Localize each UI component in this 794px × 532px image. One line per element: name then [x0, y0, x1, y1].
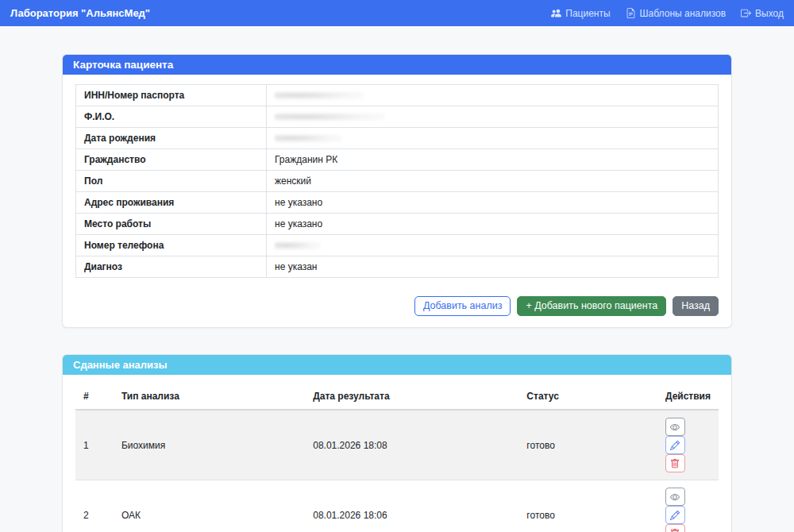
field-label: ИНН/Номер паспорта [76, 85, 267, 106]
nav-item-logout[interactable]: Выход [741, 8, 784, 19]
field-label: Гражданство [76, 149, 267, 171]
redacted-value [275, 113, 384, 121]
view-analysis-button[interactable] [665, 488, 685, 506]
analysis-date: 08.01.2026 18:08 [305, 410, 518, 480]
field-label: Место работы [76, 214, 267, 235]
table-row: Диагноз не указан [76, 256, 719, 278]
analyses-table-body: 1 Биохимия 08.01.2026 18:08 готово 2 ОАК… [75, 410, 719, 532]
analyses-card-title: Сданные анализы [63, 355, 731, 375]
nav-item-label: Пациенты [565, 8, 610, 19]
field-value-redacted [267, 235, 719, 256]
analysis-date: 08.01.2026 18:06 [305, 480, 518, 532]
pencil-icon [670, 511, 680, 520]
eye-icon [670, 422, 680, 432]
column-header-actions: Действия [657, 384, 719, 410]
redacted-value [275, 134, 341, 143]
patient-card-actions: Добавить анализ + Добавить нового пациен… [63, 287, 731, 327]
redacted-value [275, 241, 321, 250]
table-row: ИНН/Номер паспорта [76, 85, 719, 106]
field-value: женский [267, 171, 719, 192]
field-value-redacted [267, 128, 719, 149]
field-value: не указан [267, 256, 719, 278]
analyses-card: Сданные анализы # Тип анализа Дата резул… [62, 354, 732, 532]
table-row: 1 Биохимия 08.01.2026 18:08 готово [75, 410, 719, 480]
analyses-table: # Тип анализа Дата результата Статус Дей… [75, 384, 719, 532]
patient-card-title: Карточка пациента [63, 55, 731, 75]
logout-icon [741, 8, 751, 18]
analysis-type: Биохимия [114, 410, 305, 480]
field-value: не указано [267, 192, 719, 214]
back-button[interactable]: Назад [673, 296, 719, 316]
analysis-actions [657, 410, 719, 480]
nav-item-label: Выход [755, 8, 784, 19]
table-header-row: # Тип анализа Дата результата Статус Дей… [75, 384, 719, 410]
analyses-card-body: # Тип анализа Дата результата Статус Дей… [63, 375, 731, 532]
add-new-patient-button[interactable]: + Добавить нового пациента [517, 296, 666, 316]
column-header-type: Тип анализа [114, 384, 305, 410]
edit-analysis-button[interactable] [665, 506, 685, 524]
trash-icon [670, 529, 680, 532]
field-label: Пол [76, 171, 267, 192]
patient-info-table: ИНН/Номер паспорта Ф.И.О. Дата рождения … [75, 84, 719, 278]
field-value-redacted [267, 85, 719, 106]
table-row: Номер телефона [76, 235, 719, 256]
table-row: 2 ОАК 08.01.2026 18:06 готово [75, 480, 719, 532]
table-row: Место работы не указано [76, 214, 719, 235]
trash-icon [670, 459, 680, 468]
nav-item-label: Шаблоны анализов [640, 8, 727, 19]
navbar-links: Пациенты Шаблоны анализов Выход [551, 8, 784, 19]
nav-item-analysis-templates[interactable]: Шаблоны анализов [626, 8, 727, 19]
app-brand[interactable]: Лаборатория "АльянсМед" [10, 7, 150, 19]
eye-icon [670, 492, 680, 502]
analysis-status: готово [518, 480, 657, 532]
column-header-status: Статус [518, 384, 657, 410]
analysis-num: 1 [75, 410, 114, 480]
field-label: Дата рождения [76, 128, 267, 149]
column-header-date: Дата результата [305, 384, 518, 410]
top-navbar: Лаборатория "АльянсМед" Пациенты Шаблоны… [0, 0, 794, 26]
patient-card: Карточка пациента ИНН/Номер паспорта Ф.И… [62, 54, 732, 328]
delete-analysis-button[interactable] [665, 454, 685, 472]
edit-analysis-button[interactable] [665, 436, 685, 454]
file-text-icon [626, 8, 636, 18]
view-analysis-button[interactable] [665, 418, 685, 436]
analysis-num: 2 [75, 480, 114, 532]
field-value-redacted [267, 106, 719, 128]
redacted-value [275, 91, 364, 100]
analysis-type: ОАК [114, 480, 305, 532]
field-value: не указано [267, 214, 719, 235]
delete-analysis-button[interactable] [665, 524, 685, 532]
field-label: Адрес проживания [76, 192, 267, 214]
analysis-status: готово [518, 410, 657, 480]
pencil-icon [670, 441, 680, 450]
field-label: Номер телефона [76, 235, 267, 256]
field-label: Диагноз [76, 256, 267, 278]
analysis-actions [657, 480, 719, 532]
patient-card-body: ИНН/Номер паспорта Ф.И.О. Дата рождения … [63, 75, 731, 287]
nav-item-patients[interactable]: Пациенты [551, 8, 610, 19]
table-row: Гражданство Гражданин РК [76, 149, 719, 171]
table-row: Адрес проживания не указано [76, 192, 719, 214]
column-header-num: # [75, 384, 114, 410]
people-icon [551, 8, 561, 18]
table-row: Дата рождения [76, 128, 719, 149]
table-row: Пол женский [76, 171, 719, 192]
main-container: Карточка пациента ИНН/Номер паспорта Ф.И… [62, 54, 732, 532]
field-label: Ф.И.О. [76, 106, 267, 128]
table-row: Ф.И.О. [76, 106, 719, 128]
add-analysis-button[interactable]: Добавить анализ [414, 296, 511, 316]
field-value: Гражданин РК [267, 149, 719, 171]
